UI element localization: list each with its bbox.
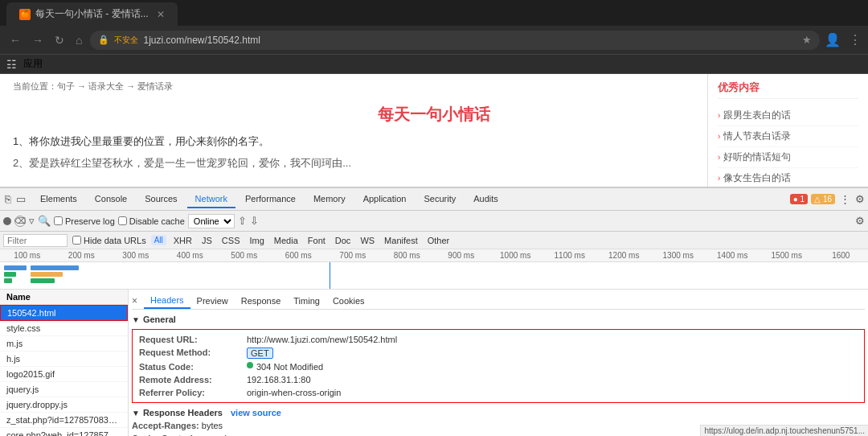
tab-elements[interactable]: Elements — [32, 191, 85, 208]
filter-ws[interactable]: WS — [358, 235, 377, 246]
general-section-header[interactable]: ▼ General — [132, 313, 865, 326]
response-headers-header[interactable]: ▼ Response Headers view source — [132, 406, 865, 419]
download-icon[interactable]: ⇩ — [250, 215, 259, 227]
filter-other[interactable]: Other — [425, 235, 452, 246]
apps-icon[interactable]: ☷ — [6, 58, 17, 71]
browser-tab[interactable]: 🍊 每天一句小情话 - 爱情话... ✕ — [6, 2, 178, 26]
warn-badge: △ 16 — [811, 194, 835, 204]
request-method-row: Request Method: GET — [139, 346, 858, 360]
detail-close-button[interactable]: × — [132, 295, 137, 306]
timeline[interactable]: 100 ms 200 ms 300 ms 400 ms 500 ms 600 m… — [0, 249, 868, 290]
file-item-5[interactable]: jquery.js — [0, 382, 128, 397]
request-detail: × Headers Preview Response Timing Cookie… — [129, 290, 868, 436]
tab-audits[interactable]: Audits — [465, 191, 506, 208]
detail-tab-bar: × Headers Preview Response Timing Cookie… — [132, 293, 865, 310]
inspect-icon[interactable]: ⎘ — [3, 191, 13, 207]
referrer-policy-row: Referrer Policy: origin-when-cross-origi… — [139, 386, 858, 399]
security-label: 不安全 — [114, 35, 138, 46]
address-input-wrap[interactable]: 🔒 不安全 1juzi.com/new/150542.html ★ — [90, 31, 820, 50]
detail-tab-headers[interactable]: Headers — [144, 293, 190, 309]
sidebar-item-3[interactable]: › 好听的情话短句 — [718, 147, 858, 168]
security-icon: 🔒 — [98, 35, 109, 45]
filter-font[interactable]: Font — [305, 235, 328, 246]
filter-css[interactable]: CSS — [219, 235, 243, 246]
profile-icon[interactable]: 👤 — [825, 32, 841, 47]
request-url-label: Request URL: — [139, 335, 244, 344]
tab-console[interactable]: Console — [87, 191, 135, 208]
forward-button[interactable]: → — [29, 32, 47, 48]
gear-icon[interactable]: ⚙ — [855, 215, 865, 227]
file-list: Name 150542.html style.css m.js h.js log… — [0, 290, 129, 436]
upload-icon[interactable]: ⇧ — [238, 215, 247, 227]
sidebar-title: 优秀内容 — [718, 80, 858, 99]
sidebar-item-1[interactable]: › 跟男生表白的话 — [718, 105, 858, 126]
preserve-log-checkbox[interactable]: Preserve log — [54, 216, 115, 226]
filter-manifest[interactable]: Manifest — [382, 235, 420, 246]
address-bar: ← → ↻ ⌂ 🔒 不安全 1juzi.com/new/150542.html … — [0, 26, 868, 55]
response-headers-label: Response Headers — [143, 408, 223, 417]
tab-memory[interactable]: Memory — [305, 191, 354, 208]
arrow-icon-2: › — [718, 132, 720, 141]
detail-tab-preview[interactable]: Preview — [190, 294, 235, 308]
timeline-bars — [0, 262, 868, 290]
clear-icon[interactable]: ⌫ — [14, 216, 26, 227]
home-button[interactable]: ⌂ — [72, 32, 85, 48]
file-item-2[interactable]: m.js — [0, 336, 128, 352]
arrow-icon-4: › — [718, 174, 720, 183]
reload-button[interactable]: ↻ — [51, 32, 68, 48]
tab-close-icon[interactable]: ✕ — [157, 9, 165, 20]
devtools-tab-bar: ⎘ ▭ Elements Console Sources Network Per… — [0, 188, 868, 211]
filter-icon[interactable]: ▿ — [29, 215, 35, 227]
throttle-select[interactable]: Online — [188, 214, 235, 228]
referrer-policy-label: Referrer Policy: — [139, 388, 244, 397]
accept-ranges-label: Accept-Ranges: — [132, 421, 199, 430]
more-tools-icon[interactable]: ⋮ — [840, 193, 850, 205]
detail-tab-cookies[interactable]: Cookies — [326, 294, 371, 308]
disable-cache-checkbox[interactable]: Disable cache — [118, 216, 185, 226]
back-button[interactable]: ← — [6, 32, 24, 48]
all-badge[interactable]: All — [151, 235, 166, 245]
devtools-body: Name 150542.html style.css m.js h.js log… — [0, 290, 868, 436]
file-item-8[interactable]: core.php?web_id=12785708... — [0, 428, 128, 436]
tab-performance[interactable]: Performance — [237, 191, 304, 208]
filter-media[interactable]: Media — [272, 235, 301, 246]
tab-application[interactable]: Application — [355, 191, 415, 208]
hide-data-urls-checkbox[interactable]: Hide data URLs — [72, 236, 146, 245]
filter-js[interactable]: JS — [199, 235, 215, 246]
arrow-icon-1: › — [718, 111, 720, 120]
tab-network[interactable]: Network — [187, 191, 235, 208]
filter-doc[interactable]: Doc — [333, 235, 354, 246]
view-source-link[interactable]: view source — [231, 408, 281, 417]
mobile-icon[interactable]: ▭ — [14, 191, 27, 207]
filter-input[interactable] — [3, 234, 68, 247]
remote-address-value: 192.168.31.1:80 — [247, 375, 311, 385]
file-item-6[interactable]: jquery.droppy.js — [0, 397, 128, 413]
bookmarks-bar: ☷ 应用 — [0, 55, 868, 74]
request-method-label: Request Method: — [139, 348, 244, 359]
settings-icon[interactable]: ⚙ — [855, 193, 865, 205]
file-item-3[interactable]: h.js — [0, 352, 128, 367]
status-code-value: 304 Not Modified — [256, 362, 323, 372]
request-url-value: http://www.1juzi.com/new/150542.html — [247, 335, 397, 344]
remote-address-label: Remote Address: — [139, 375, 244, 385]
search-icon[interactable]: 🔍 — [38, 215, 51, 227]
filter-img[interactable]: Img — [247, 235, 266, 246]
address-text[interactable]: 1juzi.com/new/150542.html — [143, 35, 797, 46]
filter-xhr[interactable]: XHR — [171, 235, 194, 246]
tab-security[interactable]: Security — [416, 191, 464, 208]
file-item-7[interactable]: z_stat.php?id=127857083&... — [0, 413, 128, 428]
request-url-row: Request URL: http://www.1juzi.com/new/15… — [139, 333, 858, 346]
record-stop-icon[interactable] — [3, 217, 11, 225]
file-item-4[interactable]: logo2015.gif — [0, 367, 128, 382]
request-method-value: GET — [247, 348, 273, 359]
general-box: Request URL: http://www.1juzi.com/new/15… — [132, 329, 865, 403]
tab-sources[interactable]: Sources — [137, 191, 185, 208]
bookmark-icon[interactable]: ★ — [802, 34, 812, 46]
detail-tab-response[interactable]: Response — [235, 294, 288, 308]
file-item-1[interactable]: style.css — [0, 321, 128, 336]
sidebar-item-2[interactable]: › 情人节表白话录 — [718, 126, 858, 147]
menu-icon[interactable]: ⋮ — [849, 32, 862, 47]
detail-tab-timing[interactable]: Timing — [287, 294, 326, 308]
file-item-0[interactable]: 150542.html — [0, 305, 128, 321]
timeline-ruler: 100 ms 200 ms 300 ms 400 ms 500 ms 600 m… — [0, 249, 868, 262]
